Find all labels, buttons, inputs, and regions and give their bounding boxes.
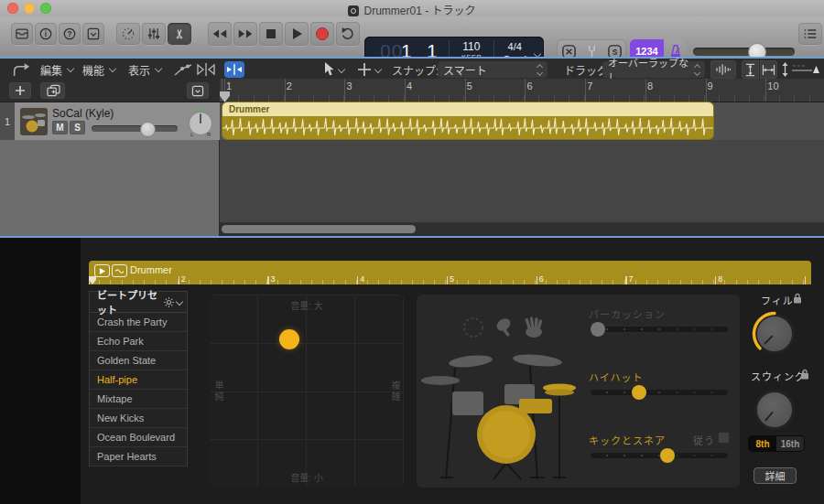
track-pan-knob[interactable]: LR [187, 108, 214, 137]
library-button[interactable] [11, 23, 33, 45]
preset-item-half-pipe[interactable]: Half-pipe [90, 370, 187, 390]
master-volume-slider[interactable] [693, 48, 795, 56]
help-button[interactable]: ? [59, 23, 81, 45]
zoom-slider[interactable] [791, 64, 820, 75]
xy-left-label: 単純 [211, 381, 225, 402]
track-header-config-button[interactable] [187, 82, 209, 99]
editor-ruler-bar-number: 3 [271, 274, 276, 284]
mixer-button[interactable] [142, 23, 166, 45]
automation-button[interactable] [173, 62, 193, 77]
swing-16th-button[interactable]: 16th [776, 436, 804, 451]
drag-dropdown[interactable]: オーバーラップなし [602, 61, 705, 78]
app-doc-icon [348, 5, 359, 16]
xy-puck[interactable] [279, 329, 299, 349]
details-button[interactable]: 詳細 [754, 467, 797, 484]
vertical-zoom-button[interactable] [742, 60, 759, 79]
kit-slider-track-0[interactable] [591, 327, 728, 332]
forward-button[interactable] [233, 22, 257, 46]
secondary-tool-button[interactable] [357, 62, 372, 77]
kit-slider-knob-0[interactable] [591, 322, 605, 337]
ruler-bar-number: 10 [767, 80, 778, 91]
timeline-ruler[interactable]: 12345678910 [220, 79, 824, 102]
media-browser-button[interactable] [82, 23, 104, 45]
toolbar-list-button[interactable] [798, 23, 822, 45]
help-icon: ? [61, 26, 78, 42]
swing-knob[interactable] [754, 390, 795, 430]
menu-edit[interactable]: 編集 [40, 62, 62, 78]
cycle-button[interactable] [336, 22, 360, 46]
editors-button[interactable]: ✂ [168, 23, 191, 45]
editor-ruler-bar-number: 8 [718, 274, 722, 284]
drummer-region[interactable]: Drummer [222, 102, 713, 139]
record-button[interactable] [310, 22, 334, 46]
slider-label-2: キックとスネア [589, 433, 666, 447]
xy-top-label: 音量: 大 [290, 298, 323, 312]
kit-slider-knob-2[interactable] [660, 448, 675, 463]
catch-playhead-button[interactable] [224, 61, 244, 78]
pointer-tool-chevron[interactable] [338, 66, 345, 73]
region-play-button[interactable] [94, 264, 110, 277]
kit-slider-knob-1[interactable] [632, 385, 646, 400]
stop-button[interactable] [259, 22, 283, 46]
back-arrow-button[interactable] [11, 63, 31, 77]
region-icon [112, 264, 127, 277]
snap-dropdown[interactable]: スマート [438, 61, 548, 78]
secondary-tool-chevron[interactable] [374, 66, 382, 73]
snap-stepper-icon [537, 65, 542, 75]
ruler-bar-number: 9 [708, 80, 713, 91]
duplicate-track-button[interactable] [40, 82, 65, 99]
swing-8th-button[interactable]: 8th [749, 436, 776, 451]
menu-view[interactable]: 表示 [128, 62, 150, 78]
preset-item-golden-state[interactable]: Golden State [90, 351, 187, 370]
zoom-updown-icon[interactable] [781, 62, 789, 77]
menu-functions[interactable]: 機能 [82, 62, 104, 78]
preset-item-echo-park[interactable]: Echo Park [90, 332, 187, 351]
snap-value: スマート [443, 62, 487, 78]
preset-item-mixtape[interactable]: Mixtape [90, 390, 187, 409]
add-track-button[interactable] [9, 82, 31, 99]
smart-controls-button[interactable] [116, 23, 140, 45]
drummer-xy-pad[interactable]: 音量: 大 音量: 小 単純 複雑 [210, 295, 404, 488]
preset-item-paper-hearts[interactable]: Paper Hearts [90, 447, 187, 466]
editor-ruler[interactable]: Drummer 2345678 [89, 261, 811, 284]
ruler-bar-number: 3 [346, 80, 352, 91]
drum-kit-illustration[interactable] [420, 351, 587, 485]
slider-label-0: パーカッション [589, 306, 666, 321]
beat-presets-panel: ビートプリセット Crash the PartyEcho ParkGolden … [89, 291, 188, 466]
fill-lock-icon[interactable] [793, 293, 802, 304]
main-toolbar: i ? ✂ 00 1 1 BAR BEAT [0, 16, 824, 58]
quick-help-button[interactable]: i [35, 23, 57, 45]
pointer-tool-button[interactable] [322, 61, 335, 77]
preset-item-crash-the-party[interactable]: Crash the Party [90, 313, 187, 332]
kit-slider-track-2[interactable] [591, 453, 728, 458]
track-volume-knob[interactable] [140, 122, 156, 137]
xy-bottom-label: 音量: 小 [290, 470, 323, 484]
track-mute-button[interactable]: M [52, 121, 68, 134]
slider-label-1: ハイハット [589, 370, 644, 384]
svg-text:R: R [207, 132, 211, 137]
percussion-icons [462, 316, 545, 338]
track-solo-button[interactable]: S [70, 121, 85, 134]
play-button[interactable] [285, 22, 309, 46]
follow-label: 従う [693, 433, 715, 447]
kit-slider-track-1[interactable] [591, 390, 728, 395]
lcd-time-signature: 4/4 [494, 41, 535, 52]
track-drum-thumbnail [20, 108, 48, 135]
preset-item-ocean-boulevard[interactable]: Ocean Boulevard [90, 428, 187, 447]
swing-lock-icon[interactable] [800, 369, 809, 380]
horizontal-zoom-button[interactable] [760, 60, 777, 79]
handclap-icon [525, 316, 542, 338]
track-name[interactable]: SoCal (Kyle) [52, 107, 114, 120]
preset-actions[interactable] [164, 297, 182, 307]
horizontal-scrollbar[interactable] [222, 225, 416, 233]
preset-item-new-kicks[interactable]: New Kicks [90, 409, 187, 428]
follow-checkbox[interactable] [718, 432, 730, 444]
flex-button[interactable] [196, 62, 216, 77]
track-volume-slider[interactable] [92, 125, 178, 132]
play-icon [289, 27, 304, 41]
track-list-empty [0, 140, 220, 236]
editor-ruler-bar-number: 4 [360, 274, 364, 284]
tracks-background[interactable] [220, 140, 824, 222]
waveform-zoom-button[interactable] [710, 60, 736, 79]
rewind-button[interactable] [208, 22, 232, 46]
